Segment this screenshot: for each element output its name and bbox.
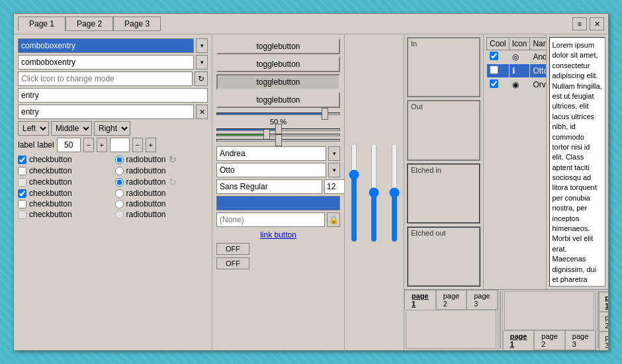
bottom-nb1-tabs: page 1 page 2 page 3 xyxy=(404,290,498,310)
slider-1[interactable] xyxy=(216,113,340,115)
combo-select-row-1: ▾ xyxy=(216,146,340,161)
bottom-nb1: page 1 page 2 page 3 xyxy=(404,290,498,350)
label2: label xyxy=(37,140,54,150)
vert-slider-1[interactable] xyxy=(347,143,361,242)
radio-2[interactable] xyxy=(115,167,124,175)
check-item-3: checkbutton xyxy=(18,177,111,187)
spin-plus-btn[interactable]: + xyxy=(97,138,107,152)
spin-input[interactable] xyxy=(57,138,81,152)
bnb1-tab1[interactable]: page 1 xyxy=(404,290,436,310)
toggle-btn-4[interactable]: togglebutton xyxy=(216,92,340,108)
tab-page1[interactable]: Page 1 xyxy=(18,17,66,31)
entry2-input[interactable] xyxy=(18,105,194,119)
vert-slider-wrap-2 xyxy=(366,38,382,346)
slider-4[interactable] xyxy=(216,139,340,142)
font-size-input[interactable] xyxy=(324,179,345,194)
color-minus-btn[interactable]: − xyxy=(132,138,143,152)
entry1-input[interactable] xyxy=(18,88,208,103)
bnb3-tab1[interactable]: page 1 xyxy=(503,330,535,350)
vert-slider-wrap-1 xyxy=(346,38,362,346)
bottom-nb4-sidetabs: page 1 page 2 page 3 xyxy=(599,291,608,349)
toggle-btn-3[interactable]: togglebutton xyxy=(216,74,340,90)
checkbox-4[interactable] xyxy=(18,189,26,198)
combo-andrea-btn[interactable]: ▾ xyxy=(328,146,340,161)
radio-label-1: radiobutton xyxy=(126,155,166,164)
lock-icon[interactable]: 🔒 xyxy=(327,212,340,227)
bnb3-tab3[interactable]: page 3 xyxy=(565,330,596,350)
radio-4[interactable] xyxy=(115,189,124,198)
radio-6[interactable] xyxy=(115,210,124,219)
radio-item-6: radiobutton xyxy=(115,210,208,219)
combo-otto-input[interactable] xyxy=(216,163,326,177)
password-input[interactable] xyxy=(216,212,325,227)
table-row-2[interactable]: ℹ Otto chaotic xyxy=(487,64,546,78)
checkbox-6[interactable] xyxy=(18,210,26,219)
align-right-select[interactable]: Right xyxy=(94,121,130,136)
radio-item-1: radiobutton ↻ xyxy=(115,154,208,165)
clear-icon[interactable]: ✕ xyxy=(196,105,208,119)
color-bar[interactable] xyxy=(216,196,340,210)
lorem-text-area[interactable]: Lorem ipsum dolor sit amet, consectetur … xyxy=(549,37,606,287)
close-button[interactable]: ✕ xyxy=(590,17,604,30)
table-row-3[interactable]: ◉ Orville Reden... xyxy=(487,78,546,92)
align-left-select[interactable]: Left xyxy=(18,121,49,136)
align-middle-select[interactable]: Middle xyxy=(51,121,92,136)
row3-check[interactable] xyxy=(490,79,498,88)
combo2-btn[interactable]: ▾ xyxy=(196,55,208,69)
bnb4-tab3[interactable]: page 3 xyxy=(599,332,608,350)
checkbox-2[interactable] xyxy=(18,167,26,175)
checkbox-label-4: checkbutton xyxy=(29,189,72,198)
bnb1-tab2[interactable]: page 2 xyxy=(436,290,466,310)
align-row: Left Middle Right xyxy=(18,121,208,136)
combo1-btn[interactable]: ▾ xyxy=(196,38,208,53)
color-box[interactable] xyxy=(110,138,130,152)
toggle-btn-2[interactable]: togglebutton xyxy=(216,56,340,72)
combo1-row: ▾ xyxy=(18,38,208,53)
radio-5[interactable] xyxy=(115,200,124,208)
vert-slider-3[interactable] xyxy=(388,143,401,242)
frame-etched-out: Etched out xyxy=(407,226,480,287)
bnb4-tab2[interactable]: page 2 xyxy=(599,312,608,332)
icon-entry-input[interactable] xyxy=(18,71,193,86)
toggle-btn-1[interactable]: togglebutton xyxy=(216,38,340,54)
vert-slider-2[interactable] xyxy=(367,143,380,242)
frames-col: In Out Etched in Etched out xyxy=(404,34,484,289)
tab-page2[interactable]: Page 2 xyxy=(66,17,113,31)
combo2-input[interactable] xyxy=(18,55,194,69)
right-area: In Out Etched in Etched out xyxy=(404,34,608,350)
checkbox-1[interactable] xyxy=(18,156,26,164)
row1-check[interactable] xyxy=(490,52,498,60)
spin-minus-btn[interactable]: − xyxy=(83,138,94,152)
label1: label xyxy=(18,140,34,150)
bottom-nb2 xyxy=(498,290,503,350)
menu-button[interactable]: ≡ xyxy=(572,17,587,30)
checkbox-label-6: checkbutton xyxy=(29,210,72,219)
combo1-input[interactable] xyxy=(18,38,194,53)
bnb1-tab3[interactable]: page 3 xyxy=(466,290,497,310)
combo-otto-btn[interactable]: ▾ xyxy=(328,163,340,177)
switch-1[interactable]: OFF xyxy=(216,243,249,255)
bnb4-tab1[interactable]: page 1 xyxy=(599,292,608,312)
font-name-input[interactable] xyxy=(216,179,322,194)
combo-andrea-input[interactable] xyxy=(216,146,326,161)
main-content: ▾ ▾ ↻ ✕ Left xyxy=(14,34,608,350)
radio-3[interactable] xyxy=(115,178,124,187)
radio-1[interactable] xyxy=(115,156,124,164)
refresh-icon[interactable]: ↻ xyxy=(195,71,208,86)
table-row-1[interactable]: ◎ Andrea Cimi xyxy=(487,50,546,64)
checkbox-3[interactable] xyxy=(18,178,26,187)
switch-2[interactable]: OFF xyxy=(216,257,249,269)
right-top: In Out Etched in Etched out xyxy=(404,34,608,289)
main-window: Page 1 Page 2 Page 3 ≡ ✕ ▾ ▾ ↻ xyxy=(13,13,609,351)
bnb3-tab2[interactable]: page 2 xyxy=(534,330,564,350)
checkbox-5[interactable] xyxy=(18,200,26,208)
row2-check[interactable] xyxy=(490,66,498,74)
link-button[interactable]: link button xyxy=(216,229,340,241)
table-panel: Cool Icon Name Nick ◎ Andrea Ci xyxy=(484,34,546,289)
color-plus-btn[interactable]: + xyxy=(146,138,156,152)
col-icon: Icon xyxy=(509,38,530,50)
tab-bar: Page 1 Page 2 Page 3 xyxy=(18,17,161,31)
entry-clear-row: ✕ xyxy=(18,105,208,119)
tab-page3[interactable]: Page 3 xyxy=(113,17,161,31)
col-cool: Cool xyxy=(487,38,510,50)
